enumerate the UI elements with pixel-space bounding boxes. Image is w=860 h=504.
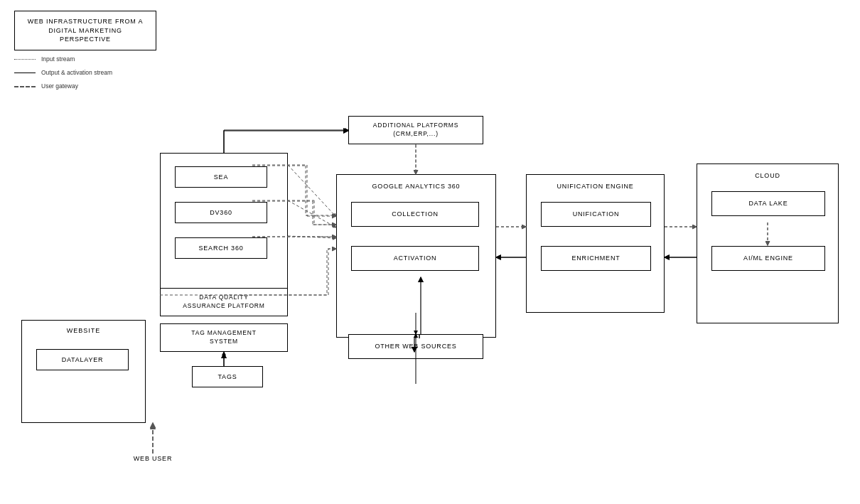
title-box: WEB INFRASTRUCTURE FROM A DIGITAL MARKET… bbox=[14, 11, 156, 50]
tag-management-box: TAG MANAGEMENT SYSTEM bbox=[160, 323, 288, 352]
additional-platforms-box: ADDITIONAL PLATFORMS (CRM,ERP,...) bbox=[348, 116, 483, 144]
sea-label: SEA bbox=[214, 173, 228, 182]
data-quality-label: DATA QUALITY ASSURANCE PLATFORM bbox=[183, 294, 264, 311]
legend-input-stream: Input stream bbox=[41, 53, 75, 65]
google-analytics-label: GOOGLE ANALYTICS 360 bbox=[337, 182, 495, 191]
unification-label: UNIFICATION bbox=[573, 210, 620, 219]
enrichment-box: ENRICHMENT bbox=[541, 246, 651, 271]
tags-box: TAGS bbox=[192, 366, 263, 387]
data-quality-box: DATA QUALITY ASSURANCE PLATFORM bbox=[160, 288, 288, 316]
dv360-label: DV360 bbox=[210, 208, 232, 218]
other-web-sources-box: OTHER WEB SOURCES bbox=[348, 334, 483, 359]
collection-label: COLLECTION bbox=[392, 210, 439, 219]
legend-output-stream: Output & activation stream bbox=[41, 67, 112, 79]
data-lake-box: DATA LAKE bbox=[711, 191, 825, 216]
enrichment-label: ENRICHMENT bbox=[572, 254, 620, 263]
aiml-engine-box: AI/ML ENGINE bbox=[711, 246, 825, 271]
unification-engine-label: UNIFICATION ENGINE bbox=[527, 182, 664, 191]
datalayer-box: DATALAYER bbox=[36, 349, 129, 370]
additional-platforms-label: ADDITIONAL PLATFORMS (CRM,ERP,...) bbox=[373, 122, 458, 139]
svg-line-0 bbox=[288, 165, 336, 217]
svg-line-1 bbox=[288, 200, 336, 227]
other-web-sources-label: OTHER WEB SOURCES bbox=[375, 342, 456, 351]
tag-management-label: TAG MANAGEMENT SYSTEM bbox=[191, 329, 256, 346]
diagram-container: WEB INFRASTRUCTURE FROM A DIGITAL MARKET… bbox=[0, 0, 860, 504]
data-lake-label: DATA LAKE bbox=[749, 199, 788, 208]
tags-label: TAGS bbox=[217, 372, 237, 382]
web-user-text: WEB USER bbox=[134, 455, 172, 462]
unification-box: UNIFICATION bbox=[541, 202, 651, 227]
legend: Input stream Output & activation stream … bbox=[14, 53, 112, 94]
cloud-box: CLOUD DATA LAKE AI/ML ENGINE bbox=[697, 163, 839, 323]
web-user-label: WEB USER bbox=[124, 455, 181, 462]
paid-media-box: SEA DV360 SEARCH 360 bbox=[160, 153, 288, 295]
website-box: WEBSITE DATALAYER bbox=[21, 320, 146, 423]
search360-box: SEARCH 360 bbox=[175, 237, 267, 259]
search360-label: SEARCH 360 bbox=[198, 244, 243, 253]
svg-line-2 bbox=[288, 236, 336, 238]
legend-solid-line bbox=[14, 73, 36, 73]
datalayer-label: DATALAYER bbox=[62, 355, 104, 365]
activation-label: ACTIVATION bbox=[394, 254, 437, 263]
aiml-engine-label: AI/ML ENGINE bbox=[743, 254, 793, 263]
activation-box: ACTIVATION bbox=[351, 246, 479, 271]
website-label: WEBSITE bbox=[22, 326, 145, 336]
legend-dash-line bbox=[14, 86, 36, 87]
unification-engine-box: UNIFICATION ENGINE UNIFICATION ENRICHMEN… bbox=[526, 174, 665, 313]
dv360-box: DV360 bbox=[175, 202, 267, 223]
title-text: WEB INFRASTRUCTURE FROM A DIGITAL MARKET… bbox=[23, 17, 147, 44]
legend-user-gateway: User gateway bbox=[41, 80, 78, 92]
cloud-label: CLOUD bbox=[697, 171, 838, 181]
google-analytics-box: GOOGLE ANALYTICS 360 COLLECTION ACTIVATI… bbox=[336, 174, 496, 338]
collection-box: COLLECTION bbox=[351, 202, 479, 227]
sea-box: SEA bbox=[175, 166, 267, 188]
legend-dotted-line bbox=[14, 59, 36, 60]
